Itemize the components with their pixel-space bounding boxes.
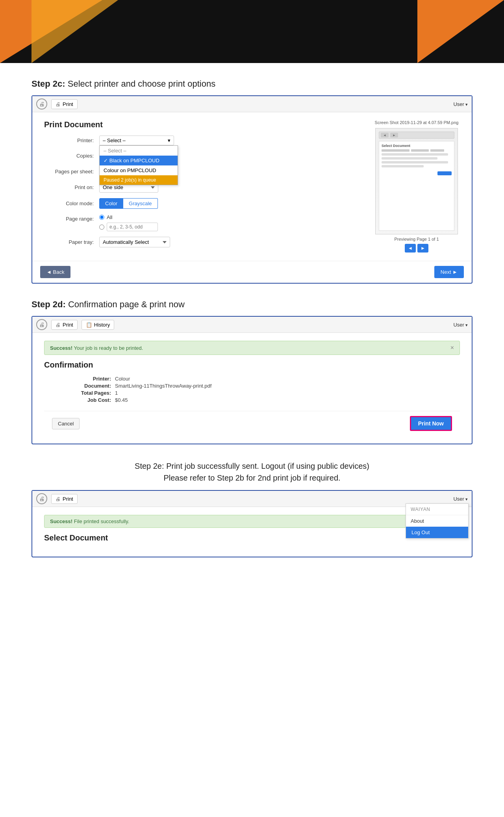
print-document-title: Print Document	[44, 120, 365, 129]
preview-cols-header	[382, 149, 452, 152]
back-button[interactable]: ◄ Back	[40, 266, 70, 278]
printer-option-colour[interactable]: Colour on PMPCLOUD	[100, 165, 178, 175]
preview-col3	[430, 149, 445, 152]
dropdown-username: WAIYAN	[406, 504, 468, 515]
paper-tray-control: Automatically Select Tray 1 Tray 2	[99, 237, 365, 247]
step2c-topbar: 🖨 🖨 Print User	[32, 96, 472, 112]
step2c-body: Print Document Printer: – Select – ▾	[32, 112, 472, 261]
page-range-control: All	[99, 214, 365, 231]
step2e-topbar-left: 🖨 🖨 Print	[36, 493, 78, 504]
logout-button[interactable]: Log Out	[406, 527, 468, 538]
printer-label: Printer:	[44, 137, 99, 143]
color-mode-label: Color mode:	[44, 201, 99, 206]
conf-jobcost-value: $0.45	[115, 397, 128, 403]
print-layout: Print Document Printer: – Select – ▾	[44, 120, 460, 253]
logo-icon: 🖨	[36, 98, 47, 110]
color-mode-control: Color Grayscale	[99, 198, 365, 209]
printer-select-trigger[interactable]: – Select – ▾	[99, 136, 174, 145]
step2d-footer: Cancel Print Now	[44, 411, 460, 436]
printer-option-paused[interactable]: Paused 2 job(s) in queue	[100, 175, 178, 185]
printer-dropdown-menu: – Select – Black on PMPCLOUD Colour on P…	[99, 145, 178, 185]
paper-tray-select[interactable]: Automatically Select Tray 1 Tray 2	[99, 237, 170, 247]
preview-nav: ◄ ►	[405, 244, 428, 253]
step2e-window: 🖨 🖨 Print User WAIYAN About Log Out Succ…	[32, 490, 472, 557]
history-icon-2d: 📋	[86, 322, 92, 328]
preview-select-doc: Select Document	[382, 144, 452, 148]
copies-label: Copies:	[44, 153, 99, 159]
printer-option-black[interactable]: Black on PMPCLOUD	[100, 156, 178, 165]
next-button[interactable]: Next ►	[434, 266, 464, 278]
step2c-window: 🖨 🖨 Print User Print Document Printer:	[32, 95, 472, 284]
grayscale-btn[interactable]: Grayscale	[123, 198, 158, 209]
preview-col2	[411, 149, 429, 152]
page-range-label: Page range:	[44, 214, 99, 222]
print-icon-2d: 🖨	[56, 322, 61, 328]
success-banner-2d: Success! Your job is ready to be printed…	[44, 341, 460, 355]
logo-icon-2d: 🖨	[36, 319, 47, 330]
conf-printer-row: Printer: Colour	[76, 376, 460, 382]
tab-print-2c[interactable]: 🖨 Print	[51, 99, 78, 109]
print-form: Print Document Printer: – Select – ▾	[44, 120, 365, 253]
preview-nav-next[interactable]: ►	[417, 244, 428, 253]
confirmation-details: Printer: Colour Document: SmartLiving-11…	[76, 376, 460, 403]
step2d-window: 🖨 🖨 Print 📋 History User Success! Your j…	[32, 316, 472, 444]
preview-filename: Screen Shot 2019-11-29 at 4.07.59 PM.png	[375, 120, 459, 125]
preview-line4	[382, 165, 424, 167]
print-icon-2e: 🖨	[56, 496, 61, 502]
select-document-title: Select Document	[44, 533, 460, 542]
page-range-custom-row	[99, 223, 365, 231]
conf-jobcost-row: Job Cost: $0.45	[76, 397, 460, 403]
step2d-heading: Step 2d: Confirmation page & print now	[32, 299, 472, 310]
step2c-footer: ◄ Back Next ►	[32, 261, 472, 283]
page-range-custom-radio[interactable]	[99, 225, 104, 230]
preview-content-area: Select Document	[379, 141, 454, 231]
page-range-all-radio[interactable]	[99, 215, 104, 220]
print-on-row: Print on: One side Two sides	[44, 182, 365, 193]
dropdown-about[interactable]: About	[406, 515, 468, 527]
color-mode-row: Color mode: Color Grayscale	[44, 198, 365, 209]
step2d-topbar: 🖨 🖨 Print 📋 History User	[32, 317, 472, 333]
step2e-heading: Step 2e: Print job successfully sent. Lo…	[32, 460, 472, 484]
preview-nav-prev[interactable]: ◄	[405, 244, 416, 253]
conf-jobcost-label: Job Cost:	[76, 397, 115, 403]
copies-row: Copies:	[44, 151, 365, 161]
preview-box: ◄ ► Select Document	[375, 128, 458, 234]
pps-row: Pages per sheet: 1 2 4 6 9 16	[44, 166, 365, 176]
logo-icon-2e: 🖨	[36, 493, 47, 504]
conf-totalpages-value: 1	[115, 390, 118, 396]
success-close-2d[interactable]: ×	[450, 344, 454, 351]
step2c-heading: Step 2c: Select printer and choose print…	[32, 79, 472, 89]
conf-totalpages-row: Total Pages: 1	[76, 390, 460, 396]
color-btn[interactable]: Color	[99, 198, 123, 209]
print-now-button[interactable]: Print Now	[410, 416, 452, 431]
preview-submit-btn	[437, 171, 452, 175]
step2d-body: Success! Your job is ready to be printed…	[32, 333, 472, 444]
conf-totalpages-label: Total Pages:	[76, 390, 115, 396]
pps-label: Pages per sheet:	[44, 169, 99, 175]
preview-inner: ◄ ► Select Document	[376, 128, 458, 234]
color-mode-buttons: Color Grayscale	[99, 198, 365, 209]
step2d-topbar-left: 🖨 🖨 Print 📋 History	[36, 319, 114, 330]
cancel-button[interactable]: Cancel	[52, 418, 80, 429]
preview-toolbar-btn1: ◄	[381, 133, 389, 137]
tab-print-2d[interactable]: 🖨 Print	[51, 320, 78, 330]
confirmation-title: Confirmation	[44, 360, 460, 370]
page-range-custom-input[interactable]	[107, 223, 158, 231]
printer-dropdown-wrapper: – Select – ▾ – Select – Black on PMPCLOU…	[99, 136, 174, 145]
conf-document-row: Document: SmartLiving-11ThingsThrowAway-…	[76, 383, 460, 389]
user-menu-2c[interactable]: User	[453, 101, 468, 107]
print-on-label: Print on:	[44, 184, 99, 190]
conf-document-label: Document:	[76, 383, 115, 389]
page-range-all-row: All	[99, 214, 365, 220]
tab-history-2d[interactable]: 📋 History	[82, 320, 114, 330]
printer-option-placeholder[interactable]: – Select –	[100, 146, 178, 156]
user-dropdown-menu: WAIYAN About Log Out	[406, 503, 469, 538]
preview-line1	[382, 153, 448, 156]
page-range-row: Page range: All	[44, 214, 365, 231]
user-menu-2e[interactable]: User	[453, 496, 468, 502]
user-menu-2d[interactable]: User	[453, 322, 468, 328]
preview-col1	[382, 149, 410, 152]
preview-submit-wrap	[382, 170, 452, 175]
tab-print-2e[interactable]: 🖨 Print	[51, 494, 78, 504]
preview-page-info: Previewing Page 1 of 1	[394, 237, 439, 241]
